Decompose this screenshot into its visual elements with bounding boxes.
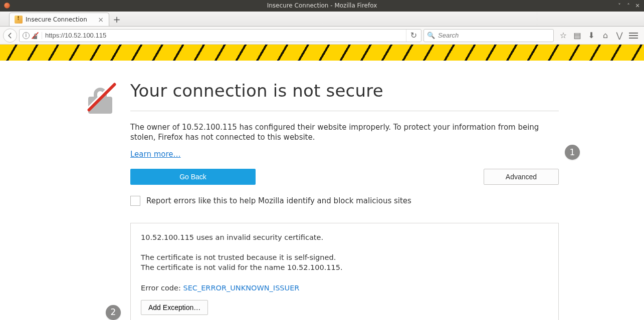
url-input[interactable] (42, 32, 406, 39)
navigation-toolbar: i ↻ 🔍 ☆ ▤ ⬇ ⌂ ⋁ (0, 27, 644, 45)
cert-name-invalid-text: The certificate is not valid for the nam… (141, 262, 548, 272)
downloads-icon[interactable]: ⬇ (587, 31, 596, 40)
cert-invalid-text: 10.52.100.115 uses an invalid security c… (141, 232, 548, 242)
back-button[interactable] (3, 29, 17, 43)
hazard-stripe (0, 45, 644, 61)
pocket-icon[interactable]: ⋁ (615, 31, 624, 40)
annotation-badge-2: 2 (106, 305, 121, 320)
home-icon[interactable]: ⌂ (601, 31, 610, 40)
report-errors-checkbox[interactable] (130, 196, 140, 206)
window-close-dot[interactable] (4, 3, 10, 9)
os-titlebar: Insecure Connection - Mozilla Firefox ˅ … (0, 0, 644, 12)
page-content: Your connection is not secure The owner … (0, 61, 644, 320)
window-title: Insecure Connection - Mozilla Firefox (0, 0, 644, 12)
browser-tab[interactable]: Insecure Connection × (9, 13, 109, 26)
advanced-button[interactable]: Advanced (484, 169, 559, 185)
insecure-lock-icon (32, 32, 39, 39)
info-icon: i (23, 32, 30, 39)
cert-selfsigned-text: The certificate is not trusted because i… (141, 252, 548, 262)
error-code-label: Error code: (141, 284, 183, 292)
error-code-link[interactable]: SEC_ERROR_UNKNOWN_ISSUER (183, 284, 299, 292)
tab-close-icon[interactable]: × (98, 16, 104, 24)
insecure-lock-large-icon (85, 83, 116, 114)
search-bar[interactable]: 🔍 (423, 29, 554, 42)
window-buttons: ˅ ˄ ✕ (616, 0, 641, 12)
learn-more-link[interactable]: Learn more… (130, 150, 181, 159)
search-input[interactable] (438, 32, 550, 39)
window-close-icon[interactable]: ✕ (634, 0, 641, 12)
toolbar-icons: ☆ ▤ ⬇ ⌂ ⋁ (556, 31, 641, 40)
arrow-left-icon (7, 32, 14, 39)
annotation-badge-1: 1 (565, 145, 580, 160)
warning-favicon-icon (15, 16, 23, 24)
tab-title: Insecure Connection (26, 16, 87, 23)
bookmark-star-icon[interactable]: ☆ (559, 31, 568, 40)
search-icon: 🔍 (427, 32, 435, 39)
advanced-panel: 10.52.100.115 uses an invalid security c… (130, 223, 559, 321)
page-heading: Your connection is not secure (130, 81, 559, 111)
page-description: The owner of 10.52.100.115 has configure… (130, 122, 559, 143)
window-minimize-icon[interactable]: ˅ (616, 0, 623, 12)
tab-strip: Insecure Connection × + (0, 12, 644, 27)
go-back-button[interactable]: Go Back (130, 169, 256, 185)
window-maximize-icon[interactable]: ˄ (625, 0, 632, 12)
error-code-line: Error code: SEC_ERROR_UNKNOWN_ISSUER (141, 283, 548, 293)
site-identity-box[interactable]: i (20, 32, 42, 39)
url-bar[interactable]: i ↻ (19, 29, 421, 42)
report-errors-label: Report errors like this to help Mozilla … (146, 196, 411, 205)
reload-button[interactable]: ↻ (406, 30, 421, 42)
new-tab-button[interactable]: + (109, 13, 124, 26)
menu-icon[interactable] (629, 33, 638, 39)
bookmarks-list-icon[interactable]: ▤ (573, 31, 582, 40)
add-exception-button[interactable]: Add Exception… (141, 300, 208, 315)
